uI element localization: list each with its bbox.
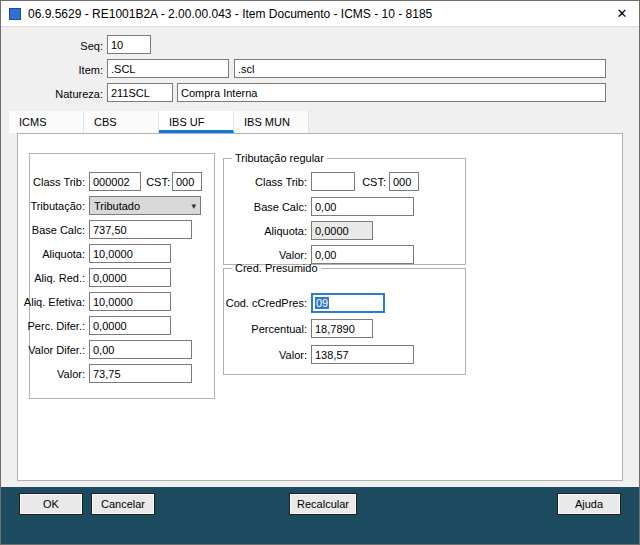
main-cst-input[interactable] [172,172,202,191]
close-button[interactable]: ✕ [605,1,639,26]
reg-base-calc-input[interactable] [311,197,414,216]
reg-class-trib-label: Class Trib: [223,174,307,190]
recalculate-button[interactable]: Recalcular [289,493,357,515]
aliq-red-label: Aliq. Red.: [13,270,85,286]
cred-presumido-title: Cred. Presumido [232,262,321,274]
reg-cst-label: CST: [355,174,386,190]
natureza-label: Natureza: [33,86,103,102]
cancel-button[interactable]: Cancelar [91,493,155,515]
tab-ibs-mun[interactable]: IBS MUN [234,111,309,133]
item-label: Item: [33,62,103,78]
main-cst-label: CST: [143,174,170,190]
reg-cst-input[interactable] [389,172,419,191]
reg-aliquota-input [311,221,373,240]
aliq-efetiva-input[interactable] [89,292,171,311]
footer-bar: OK Cancelar Recalcular Ajuda [1,487,639,545]
main-aliquota-label: Aliquota: [13,246,85,262]
main-base-calc-input[interactable] [89,220,192,239]
perc-difer-label: Perc. Difer.: [13,318,85,334]
reg-base-calc-label: Base Calc: [223,199,307,215]
help-button[interactable]: Ajuda [557,493,621,515]
seq-label: Seq: [33,38,103,54]
aliq-red-input[interactable] [89,268,171,287]
main-class-trib-label: Class Trib: [13,174,85,190]
cod-ccredpres-input[interactable]: 09 [311,293,385,313]
dialog-window: 06.9.5629 - RE1001B2A - 2.00.00.043 - It… [0,0,640,545]
main-valor-label: Valor: [13,366,85,382]
natureza-desc-input[interactable] [177,83,606,102]
tab-icms[interactable]: ICMS [9,111,84,133]
cod-ccredpres-label: Cod. cCredPres: [223,295,307,311]
title-bar: 06.9.5629 - RE1001B2A - 2.00.00.043 - It… [1,1,639,27]
main-base-calc-label: Base Calc: [13,222,85,238]
ok-button[interactable]: OK [19,493,83,515]
main-aliquota-input[interactable] [89,244,171,263]
reg-class-trib-input[interactable] [311,172,355,191]
item-code-input[interactable] [107,59,229,78]
tributacao-regular-title: Tributação regular [232,152,327,164]
tributacao-label: Tributação: [13,198,85,214]
tab-ibs-uf[interactable]: IBS UF [159,111,234,133]
natureza-code-input[interactable] [107,83,173,102]
tab-cbs[interactable]: CBS [84,111,159,133]
cred-valor-input[interactable] [311,345,414,364]
tributacao-combobox[interactable]: Tributado ▾ [89,196,201,215]
chevron-down-icon: ▾ [191,201,196,211]
cred-valor-label: Valor: [223,347,307,363]
percentual-label: Percentual: [223,321,307,337]
main-class-trib-input[interactable] [89,172,141,191]
valor-difer-label: Valor Difer.: [13,342,85,358]
valor-difer-input[interactable] [89,340,192,359]
app-icon [9,8,21,20]
item-desc-input[interactable] [234,59,606,78]
perc-difer-input[interactable] [89,316,171,335]
main-valor-input[interactable] [89,364,192,383]
tributacao-combobox-value: Tributado [94,200,140,212]
reg-aliquota-label: Aliquota: [223,223,307,239]
window-title: 06.9.5629 - RE1001B2A - 2.00.00.043 - It… [28,7,432,21]
percentual-input[interactable] [311,319,373,338]
seq-input[interactable] [107,35,151,54]
cod-ccredpres-selected-text: 09 [315,297,329,309]
aliq-efetiva-label: Aliq. Efetiva: [13,294,85,310]
reg-valor-label: Valor: [223,247,307,263]
